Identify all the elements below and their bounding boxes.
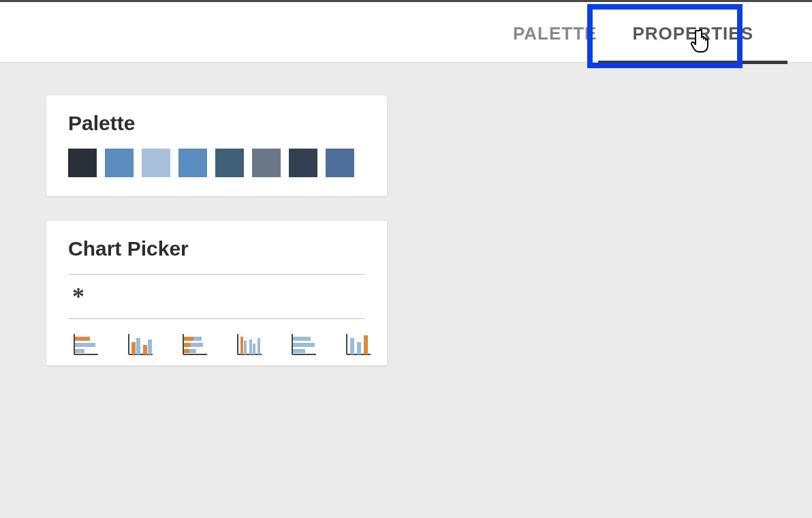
svg-rect-2 [75, 337, 90, 341]
swatch-medium-blue[interactable] [178, 149, 207, 177]
svg-rect-29 [293, 343, 315, 347]
tab-strip: PALETTE PROPERTIES [495, 2, 771, 62]
palette-card: Palette [46, 95, 387, 196]
svg-rect-4 [75, 349, 84, 353]
swatch-slate-blue[interactable] [215, 149, 244, 177]
svg-rect-9 [143, 345, 147, 354]
chart-icon-horizontal-bar-alt[interactable] [290, 329, 317, 356]
swatch-dark-slate[interactable] [68, 149, 97, 177]
svg-rect-14 [193, 337, 202, 341]
svg-rect-25 [257, 338, 260, 354]
tab-properties[interactable]: PROPERTIES [614, 1, 771, 63]
svg-rect-17 [184, 349, 189, 353]
chart-picker-section-all[interactable]: * [68, 274, 365, 318]
swatch-charcoal[interactable] [289, 149, 317, 177]
svg-rect-18 [189, 349, 196, 353]
svg-rect-24 [253, 344, 255, 354]
swatch-light-blue[interactable] [142, 149, 170, 177]
top-tab-bar: PALETTE PROPERTIES [0, 0, 812, 63]
svg-rect-22 [244, 341, 247, 354]
svg-rect-30 [293, 349, 305, 353]
chart-icon-grouped-vertical-bar-alt[interactable] [236, 329, 263, 356]
svg-rect-28 [293, 337, 311, 341]
content-area: Palette Chart Picker * [0, 63, 812, 518]
swatch-denim[interactable] [326, 149, 354, 177]
chart-picker-section-bars [68, 318, 365, 365]
svg-rect-33 [350, 338, 354, 354]
chart-picker-card: Chart Picker * [46, 221, 387, 365]
svg-rect-8 [136, 338, 140, 354]
svg-rect-34 [357, 342, 361, 354]
swatch-steel-blue[interactable] [105, 149, 134, 177]
svg-rect-16 [191, 343, 203, 347]
swatch-gray-blue[interactable] [252, 149, 281, 177]
svg-rect-23 [249, 339, 252, 354]
chart-icon-vertical-bar[interactable] [345, 329, 372, 356]
palette-swatch-row [68, 149, 365, 177]
chart-type-grid [72, 329, 365, 356]
svg-rect-21 [240, 337, 243, 354]
chart-picker-card-title: Chart Picker [68, 237, 365, 260]
svg-rect-7 [131, 342, 136, 354]
tab-palette[interactable]: PALETTE [495, 1, 615, 63]
chart-icon-horizontal-bar[interactable] [72, 329, 99, 356]
svg-rect-15 [184, 343, 191, 347]
palette-card-title: Palette [68, 112, 365, 135]
svg-rect-13 [184, 337, 193, 341]
svg-rect-3 [75, 343, 95, 347]
chart-icon-stacked-horizontal-bar[interactable] [181, 329, 208, 356]
svg-rect-35 [364, 335, 368, 354]
asterisk-icon: * [72, 283, 84, 310]
chart-icon-grouped-vertical-bar[interactable] [127, 329, 154, 356]
svg-rect-10 [148, 339, 152, 354]
